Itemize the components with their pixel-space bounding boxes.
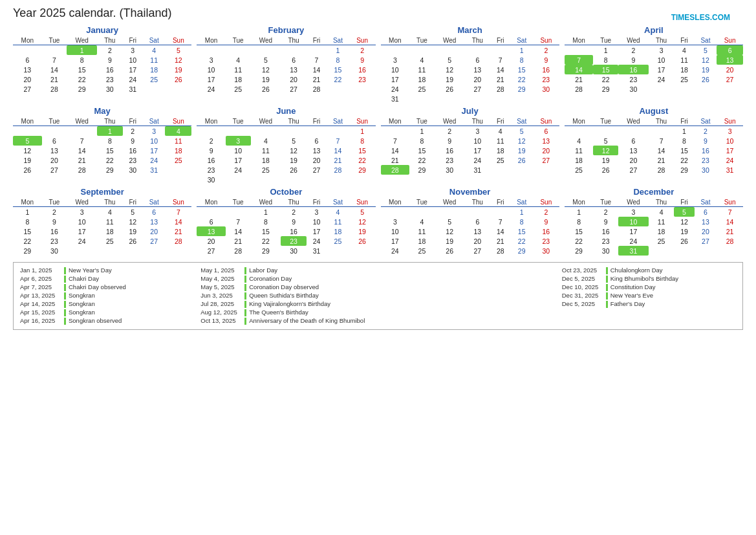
cal-day: 1: [67, 45, 97, 56]
month-title-september: September: [13, 187, 191, 197]
cal-day: 22: [593, 74, 618, 84]
holiday-date: Jun 3, 2025: [200, 292, 244, 299]
cal-day: 10: [618, 217, 649, 226]
holiday-date: May 4, 2025: [200, 275, 244, 282]
col-header-tue: Tue: [593, 117, 618, 126]
holiday-item: Aug 12, 2025The Queen's Birthday: [200, 309, 374, 316]
cal-day: 18: [226, 74, 251, 84]
cal-day: [226, 45, 251, 56]
col-header-wed: Wed: [251, 117, 281, 126]
cal-day: 14: [327, 146, 349, 155]
holiday-bar-icon: [64, 318, 66, 325]
cal-day: 5: [165, 45, 191, 56]
cal-day: [510, 165, 532, 175]
cal-day: 3: [465, 126, 491, 136]
cal-day: 27: [465, 246, 491, 256]
cal-day: [97, 246, 123, 256]
cal-day: 11: [490, 136, 510, 146]
cal-day: 8: [349, 136, 376, 146]
holiday-col-3: [382, 267, 556, 325]
cal-day: 11: [165, 136, 191, 146]
holiday-bar-icon: [244, 276, 246, 283]
cal-day: [42, 45, 67, 56]
cal-day: 9: [533, 217, 559, 226]
cal-day: 11: [409, 65, 435, 74]
cal-day: 8: [251, 217, 281, 226]
cal-day: 25: [565, 165, 594, 175]
col-header-mon: Mon: [381, 198, 410, 207]
cal-day: 28: [307, 84, 327, 94]
cal-day: 22: [97, 155, 123, 165]
holiday-item: Dec 10, 2025Constitution Day: [562, 283, 736, 291]
cal-day: 3: [618, 207, 649, 217]
cal-day: 25: [165, 155, 191, 165]
month-title-july: July: [381, 106, 559, 116]
cal-day: 9: [349, 55, 376, 65]
cal-day: 14: [649, 146, 675, 155]
cal-day: 19: [593, 155, 618, 165]
cal-day: 11: [251, 146, 281, 155]
cal-day: 25: [226, 84, 251, 94]
holiday-bar-icon: [606, 267, 608, 274]
holiday-name: Father's Day: [610, 300, 645, 307]
cal-day: 31: [618, 246, 649, 256]
holiday-date: May 1, 2025: [200, 267, 244, 274]
cal-day: [327, 175, 349, 184]
month-october: OctoberMonTueWedThuFriSatSun123456789101…: [197, 187, 375, 256]
page-title: Year 2025 calendar. (Thailand): [13, 6, 743, 20]
holiday-bar-icon: [606, 284, 608, 291]
cal-day: 23: [435, 155, 465, 165]
col-header-thu: Thu: [97, 36, 123, 45]
cal-day: 2: [533, 45, 559, 56]
col-header-tue: Tue: [409, 198, 435, 207]
col-header-thu: Thu: [97, 117, 123, 126]
holiday-date: Dec 5, 2025: [562, 300, 606, 307]
col-header-sun: Sun: [349, 198, 376, 207]
cal-day: 17: [307, 226, 327, 236]
cal-day: 1: [510, 207, 532, 217]
holiday-bar-icon: [64, 284, 66, 291]
cal-day: 23: [42, 236, 67, 246]
cal-day: 7: [165, 207, 191, 217]
cal-day: [435, 94, 465, 104]
cal-day: 13: [307, 146, 327, 155]
cal-day: 13: [695, 217, 717, 226]
cal-day: [465, 94, 491, 104]
col-header-thu: Thu: [281, 198, 307, 207]
holiday-date: Dec 31, 2025: [562, 292, 606, 299]
col-header-fri: Fri: [123, 117, 143, 126]
cal-day: 28: [490, 246, 510, 256]
cal-table-may: MonTueWedThuFriSatSun1234567891011121314…: [13, 117, 191, 175]
holiday-item: Apr 6, 2025Chakri Day: [20, 275, 194, 283]
cal-day: [618, 126, 649, 136]
cal-day: 26: [123, 236, 143, 246]
cal-day: 26: [349, 236, 376, 246]
cal-day: 9: [123, 136, 143, 146]
cal-table-november: MonTueWedThuFriSatSun1234567891011121314…: [381, 198, 559, 256]
holiday-name: Coronation Day: [249, 275, 292, 282]
cal-day: 29: [13, 246, 42, 256]
cal-day: 21: [327, 155, 349, 165]
col-header-sun: Sun: [533, 198, 559, 207]
cal-day: 28: [649, 165, 675, 175]
cal-day: 10: [717, 136, 743, 146]
cal-day: 1: [510, 45, 532, 56]
cal-day: 12: [123, 217, 143, 226]
cal-day: 30: [533, 246, 559, 256]
cal-day: [165, 84, 191, 94]
col-header-mon: Mon: [13, 117, 42, 126]
cal-day: [251, 45, 281, 56]
cal-day: [13, 126, 42, 136]
cal-day: [565, 126, 594, 136]
cal-day: [674, 84, 694, 94]
cal-day: 14: [42, 65, 67, 74]
cal-day: 17: [618, 226, 649, 236]
cal-day: 5: [510, 126, 532, 136]
cal-day: 1: [565, 207, 594, 217]
cal-day: 13: [143, 217, 165, 226]
cal-day: 4: [251, 136, 281, 146]
holiday-name: Labor Day: [249, 267, 277, 274]
holiday-bar-icon: [244, 309, 246, 316]
cal-day: 10: [143, 136, 165, 146]
holiday-bar-icon: [606, 276, 608, 283]
